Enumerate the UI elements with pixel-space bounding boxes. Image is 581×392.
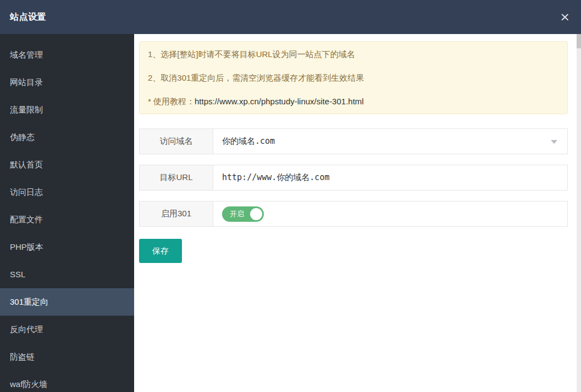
- sidebar-item-hotlink-protect[interactable]: 防盗链: [0, 343, 134, 371]
- notice-line-2: 2、取消301重定向后，需清空浏览器缓存才能看到生效结果: [148, 66, 559, 89]
- tutorial-label: * 使用教程：: [148, 97, 195, 106]
- close-icon[interactable]: ×: [560, 11, 570, 23]
- chevron-down-icon[interactable]: [551, 140, 557, 144]
- target-url-label: 目标URL: [140, 165, 213, 190]
- tutorial-url: https://www.xp.cn/phpstudy-linux/site-30…: [195, 97, 364, 106]
- sidebar-item-site-directory[interactable]: 网站目录: [0, 69, 134, 96]
- sidebar-item-php-version[interactable]: PHP版本: [0, 233, 134, 261]
- sidebar-item-ssl[interactable]: SSL: [0, 261, 134, 288]
- sidebar-item-access-log[interactable]: 访问日志: [0, 178, 134, 206]
- target-url-input[interactable]: http://www.你的域名.com: [213, 165, 567, 190]
- dialog-title: 站点设置: [10, 12, 46, 23]
- access-domain-select[interactable]: 你的域名.com: [213, 129, 567, 154]
- enable-301-cell: 开启: [213, 201, 567, 226]
- enable-301-toggle[interactable]: 开启: [222, 206, 264, 222]
- content-scrollbar[interactable]: [577, 34, 581, 392]
- toggle-state-label: 开启: [230, 209, 244, 219]
- sidebar-item-domain-manage[interactable]: 域名管理: [0, 41, 134, 69]
- target-url-value: http://www.你的域名.com: [222, 172, 329, 183]
- toggle-knob: [250, 208, 262, 220]
- settings-content: 1、选择[整站]时请不要将目标URL设为同一站点下的域名 2、取消301重定向后…: [134, 34, 581, 392]
- scrollbar-thumb[interactable]: [577, 34, 581, 48]
- sidebar-item-waf-firewall[interactable]: waf防火墙: [0, 371, 134, 392]
- sidebar-menu: 域名管理 网站目录 流量限制 伪静态 默认首页 访问日志 配置文件 PHP版本 …: [0, 41, 134, 392]
- sidebar-item-reverse-proxy[interactable]: 反向代理: [0, 316, 134, 343]
- dialog-header: 站点设置 ×: [0, 0, 581, 34]
- site-settings-dialog: 站点设置 × 域名管理 网站目录 流量限制 伪静态 默认首页 访问日志 配置文件…: [0, 0, 581, 392]
- enable-301-row: 启用301 开启: [139, 201, 568, 227]
- sidebar-item-default-index[interactable]: 默认首页: [0, 151, 134, 178]
- notice-line-1: 1、选择[整站]时请不要将目标URL设为同一站点下的域名: [148, 42, 559, 66]
- notice-box: 1、选择[整站]时请不要将目标URL设为同一站点下的域名 2、取消301重定向后…: [139, 41, 568, 114]
- sidebar-item-traffic-limit[interactable]: 流量限制: [0, 96, 134, 124]
- sidebar-item-301-redirect[interactable]: 301重定向: [0, 288, 134, 316]
- enable-301-label: 启用301: [140, 201, 213, 226]
- access-domain-value: 你的域名.com: [222, 136, 275, 147]
- sidebar-item-config-file[interactable]: 配置文件: [0, 206, 134, 233]
- settings-sidebar: 域名管理 网站目录 流量限制 伪静态 默认首页 访问日志 配置文件 PHP版本 …: [0, 34, 134, 392]
- access-domain-label: 访问域名: [140, 129, 213, 154]
- sidebar-item-rewrite[interactable]: 伪静态: [0, 124, 134, 151]
- save-button[interactable]: 保存: [139, 239, 182, 263]
- notice-line-tutorial: * 使用教程：https://www.xp.cn/phpstudy-linux/…: [148, 89, 559, 113]
- access-domain-row: 访问域名 你的域名.com: [139, 128, 568, 154]
- target-url-row: 目标URL http://www.你的域名.com: [139, 165, 568, 191]
